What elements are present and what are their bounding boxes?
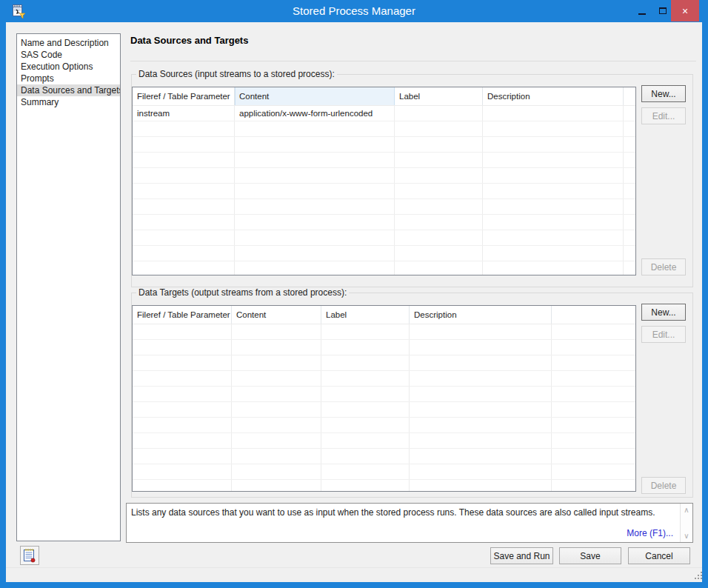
table-cell — [395, 215, 483, 230]
table-cell — [235, 168, 395, 183]
table-row-empty — [133, 340, 635, 355]
table-cell — [483, 137, 624, 152]
save-and-run-button[interactable]: Save and Run — [490, 547, 553, 564]
sources-edit-button: Edit... — [641, 107, 686, 124]
sources-new-button[interactable]: New... — [641, 85, 686, 102]
table-row-empty — [133, 246, 635, 261]
table-cell — [235, 153, 395, 167]
targets-edit-button: Edit... — [641, 326, 686, 343]
column-header-content[interactable]: Content — [235, 87, 395, 105]
minimize-button[interactable] — [631, 0, 653, 21]
column-header-content[interactable]: Content — [232, 306, 321, 324]
table-cell — [395, 261, 483, 275]
column-header-description[interactable]: Description — [483, 87, 624, 105]
data-sources-group-label: Data Sources (input streams to a stored … — [136, 69, 337, 79]
table-row-empty — [133, 402, 635, 418]
table-cell — [133, 480, 232, 492]
table-row-empty — [133, 153, 635, 168]
table-cell — [410, 418, 552, 432]
table-row-empty — [133, 230, 635, 246]
table-cell — [624, 168, 635, 183]
more-help-link[interactable]: More (F1)... — [627, 528, 673, 538]
column-header-description[interactable]: Description — [410, 306, 552, 324]
sidebar-item-prompts[interactable]: Prompts — [17, 73, 120, 84]
targets-new-button[interactable]: New... — [641, 304, 686, 321]
table-row-empty — [133, 215, 635, 230]
sources-delete-button: Delete — [641, 258, 686, 275]
table-cell — [133, 137, 235, 152]
stored-process-manager-window: Stored Process Manager × Name and Descri… — [0, 0, 708, 588]
table-cell — [483, 121, 624, 136]
data-targets-table: Fileref / Table ParameterContentLabelDes… — [132, 305, 636, 492]
table-cell — [232, 340, 321, 355]
table-cell — [552, 387, 635, 401]
table-cell — [133, 230, 235, 245]
table-row-empty — [133, 324, 635, 340]
table-cell — [321, 387, 410, 401]
column-header-label[interactable]: Label — [395, 87, 483, 105]
table-row-empty — [133, 355, 635, 371]
sidebar-item-execution-options[interactable]: Execution Options — [17, 61, 120, 73]
title-bar: Stored Process Manager × — [0, 0, 708, 22]
table-cell — [133, 121, 235, 136]
table-cell — [232, 402, 321, 417]
table-cell — [133, 402, 232, 417]
sidebar-item-summary[interactable]: Summary — [17, 96, 120, 108]
help-panel: Lists any data sources that you want to … — [126, 503, 693, 543]
sidebar-item-sas-code[interactable]: SAS Code — [17, 49, 120, 61]
table-cell — [624, 261, 635, 275]
table-cell — [133, 387, 232, 401]
sidebar-item-data-sources-and-targets[interactable]: Data Sources and Targets — [17, 84, 120, 96]
table-cell — [395, 137, 483, 152]
table-header-row: Fileref / Table ParameterContentLabelDes… — [133, 87, 635, 106]
scroll-down-icon[interactable]: ∨ — [681, 530, 692, 541]
table-cell — [395, 153, 483, 167]
table-cell — [410, 355, 552, 370]
table-cell — [624, 230, 635, 245]
help-scrollbar[interactable]: ∧ ∨ — [680, 504, 692, 542]
table-cell — [133, 355, 232, 370]
table-cell — [395, 121, 483, 136]
close-button[interactable]: × — [671, 0, 699, 21]
table-cell — [133, 418, 232, 432]
data-sources-table: Fileref / Table ParameterContentLabelDes… — [132, 87, 636, 275]
cancel-button[interactable]: Cancel — [628, 547, 690, 564]
table-cell — [483, 230, 624, 245]
sidebar-item-name-and-description[interactable]: Name and Description — [17, 37, 120, 49]
table-cell — [235, 230, 395, 245]
status-bar-divider — [6, 567, 702, 568]
wizard-step-list: Name and DescriptionSAS CodeExecution Op… — [16, 33, 121, 541]
table-cell — [552, 449, 635, 464]
table-cell: application/x-www-form-urlencoded — [235, 106, 395, 121]
table-cell — [410, 371, 552, 386]
table-cell — [395, 106, 483, 121]
table-cell — [232, 371, 321, 386]
scroll-up-icon[interactable]: ∧ — [681, 504, 692, 515]
table-cell — [552, 324, 635, 339]
table-cell — [321, 402, 410, 417]
table-row-empty — [133, 121, 635, 137]
resize-grip[interactable] — [695, 572, 702, 579]
table-cell — [483, 168, 624, 183]
column-header-filler — [624, 87, 635, 105]
table-header-row: Fileref / Table ParameterContentLabelDes… — [133, 306, 635, 324]
table-row-empty — [133, 184, 635, 199]
save-button[interactable]: Save — [559, 547, 621, 564]
table-cell — [552, 480, 635, 492]
table-cell — [321, 371, 410, 386]
table-row[interactable]: instreamapplication/x-www-form-urlencode… — [133, 106, 635, 121]
table-cell — [483, 184, 624, 198]
column-header-fileref-table-parameter[interactable]: Fileref / Table Parameter — [133, 306, 232, 324]
table-cell — [410, 402, 552, 417]
table-row-empty — [133, 168, 635, 184]
table-cell — [133, 199, 235, 214]
table-cell — [235, 137, 395, 152]
page-title: Data Sources and Targets — [130, 35, 248, 46]
table-cell — [624, 153, 635, 167]
table-cell — [133, 324, 232, 339]
table-cell — [395, 199, 483, 214]
table-cell — [552, 355, 635, 370]
column-header-fileref-table-parameter[interactable]: Fileref / Table Parameter — [133, 87, 235, 105]
notepad-icon-button[interactable] — [20, 546, 39, 565]
column-header-label[interactable]: Label — [321, 306, 410, 324]
